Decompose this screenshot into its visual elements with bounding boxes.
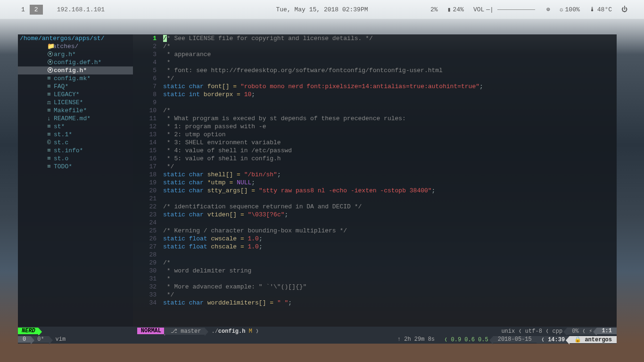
top-status-bar: 1 2 192.168.1.101 Tue, May 15, 2018 02:3… (0, 0, 644, 19)
file-item[interactable]: ⚖LICENSE* (18, 99, 133, 107)
line-numbers: 1234567891011121314151617181920212223242… (133, 34, 159, 327)
git-branch: ⎇ master (164, 328, 205, 335)
file-item[interactable]: ⦿config.def.h* (18, 58, 133, 66)
code-line[interactable]: * 3: SHELL environment variable (163, 139, 617, 147)
code-line[interactable]: static char worddelimiters[] = " "; (163, 299, 617, 307)
code-line[interactable] (163, 251, 617, 259)
file-format: unix ❬ utf-8 ❬ cpp (495, 328, 567, 335)
code-line[interactable]: /* Kerning / character bounding-box mult… (163, 227, 617, 235)
tmux-time: ❬ 14:39 (537, 336, 570, 343)
file-icon: ≡ (47, 131, 51, 139)
file-item[interactable]: ≡TODO* (18, 163, 133, 171)
cursor-position: 1:1 (597, 328, 617, 334)
file-icon: ≡ (47, 82, 51, 90)
file-item[interactable]: ≡LEGACY* (18, 90, 133, 99)
code-line[interactable]: * 5: value of shell in config.h (163, 155, 617, 163)
datetime: Tue, May 15, 2018 02:39PM (276, 6, 368, 13)
power-icon[interactable]: ⏻ (621, 6, 627, 13)
code-line[interactable]: * 1: program passed with -e (163, 123, 617, 131)
workspace-2[interactable]: 2 (30, 5, 43, 15)
code-line[interactable]: /* (163, 42, 617, 50)
file-item[interactable]: ≡st.o (18, 155, 133, 163)
file-item[interactable]: ⦿config.h* (18, 66, 133, 74)
file-item[interactable]: ©st.c (18, 139, 133, 147)
file-item[interactable]: ≡st* (18, 123, 133, 131)
wifi-icon: ⊚ (546, 6, 550, 13)
file-icon: ≡ (47, 90, 51, 99)
ip-address: 192.168.1.101 (57, 6, 105, 13)
code-line[interactable]: */ (163, 74, 617, 82)
code-line[interactable]: * (163, 275, 617, 283)
hostname: 🔒 antergos (570, 336, 617, 343)
file-icon: 📁 (47, 42, 55, 50)
code-line[interactable] (163, 195, 617, 203)
file-item[interactable]: ≡st.info* (18, 147, 133, 155)
code-line[interactable]: static char font[] = "roboto mono nerd f… (163, 82, 617, 90)
file-icon: ≡ (47, 123, 51, 131)
file-item[interactable]: ↓README.md* (18, 115, 133, 123)
cpu-indicator: 2% (430, 6, 438, 13)
file-icon: ⦿ (47, 66, 53, 74)
file-icon: ≡ (47, 155, 51, 163)
code-line[interactable]: * (163, 58, 617, 66)
code-editor[interactable]: 1234567891011121314151617181920212223242… (133, 34, 617, 327)
code-line[interactable]: static char shell[] = "/bin/sh"; (163, 171, 617, 179)
code-content[interactable]: /* See LICENSE file for copyright and li… (159, 34, 617, 327)
code-line[interactable]: static char stty_args[] = "stty raw pass… (163, 187, 617, 195)
file-icon: ≡ (47, 163, 51, 171)
file-path: ./config.h M ❭ (205, 328, 264, 335)
file-icon: © (47, 139, 51, 147)
file-icon: ≡ (47, 107, 51, 115)
code-line[interactable]: * 2: utmp option (163, 131, 617, 139)
battery-indicator: ▮ 24% (447, 6, 464, 13)
file-item[interactable]: ≡FAQ* (18, 82, 133, 90)
file-item[interactable]: ≡Makefile* (18, 107, 133, 115)
file-icon: ↓ (47, 115, 51, 123)
load-average: ❬ 0.9 0.6 0.5 (439, 336, 493, 343)
vim-statusline: NERD NORMAL ⎇ master ./config.h M ❭ unix… (18, 327, 617, 335)
code-line[interactable]: static char vtiden[] = "\033[?6c"; (163, 211, 617, 219)
file-icon: ≡ (47, 74, 51, 82)
tmux-statusline: 0 0* vim ↑ 2h 29m 8s ❬ 0.9 0.6 0.5 2018-… (18, 335, 617, 344)
code-line[interactable]: * appearance (163, 50, 617, 58)
file-item[interactable]: 📁patches/ (18, 42, 133, 50)
workspace-switcher: 1 2 (17, 5, 43, 15)
code-line[interactable]: * What program is execed by st depends o… (163, 115, 617, 123)
tmux-date: 2018-05-15 (493, 336, 537, 343)
uptime: ↑ 2h 29m 8s (393, 336, 439, 343)
file-icon: ⦿ (47, 50, 53, 58)
code-line[interactable]: */ (163, 163, 617, 171)
temperature-indicator: 🌡 48°C (589, 6, 612, 13)
code-line[interactable]: static char *utmp = NULL; (163, 179, 617, 187)
code-line[interactable]: /* identification sequence returned in D… (163, 203, 617, 211)
current-path: /home/antergos/apps/st/ (18, 34, 133, 42)
code-line[interactable]: static float cwscale = 1.0; (163, 235, 617, 243)
code-line[interactable]: * More advanced example: " `'\"()[]{}" (163, 283, 617, 291)
code-line[interactable]: /* (163, 259, 617, 267)
vim-mode: NORMAL (137, 328, 164, 334)
code-line[interactable] (163, 99, 617, 107)
terminal-window[interactable]: /home/antergos/apps/st/ 📁patches/⦿arg.h*… (18, 34, 617, 344)
file-icon: ⦿ (47, 58, 53, 66)
file-tree[interactable]: /home/antergos/apps/st/ 📁patches/⦿arg.h*… (18, 34, 133, 327)
code-line[interactable]: * font: see http://freedesktop.org/softw… (163, 66, 617, 74)
file-icon: ⚖ (47, 99, 51, 107)
code-line[interactable]: * 4: value of shell in /etc/passwd (163, 147, 617, 155)
code-line[interactable]: */ (163, 291, 617, 299)
system-tray: 2% ▮ 24% VOL —| ⊚ ☼ 100% 🌡 48°C ⏻ (430, 6, 627, 13)
code-line[interactable]: * word delimiter string (163, 267, 617, 275)
brightness-indicator: ☼ 100% (560, 6, 580, 13)
file-icon: ≡ (47, 147, 51, 155)
file-item[interactable]: ≡st.1* (18, 131, 133, 139)
code-line[interactable]: /* See LICENSE file for copyright and li… (163, 34, 617, 42)
code-line[interactable] (163, 219, 617, 227)
workspace-1[interactable]: 1 (17, 5, 30, 15)
code-line[interactable]: static int borderpx = 10; (163, 90, 617, 99)
volume-indicator[interactable]: VOL —| (473, 6, 537, 13)
scroll-percent: 0% ❬ ⚡ (567, 328, 597, 335)
file-item[interactable]: ⦿arg.h* (18, 50, 133, 58)
code-line[interactable]: /* (163, 107, 617, 115)
file-item[interactable]: ≡config.mk* (18, 74, 133, 82)
code-line[interactable]: static float chscale = 1.0; (163, 243, 617, 251)
tmux-session[interactable]: 0 (18, 336, 31, 343)
